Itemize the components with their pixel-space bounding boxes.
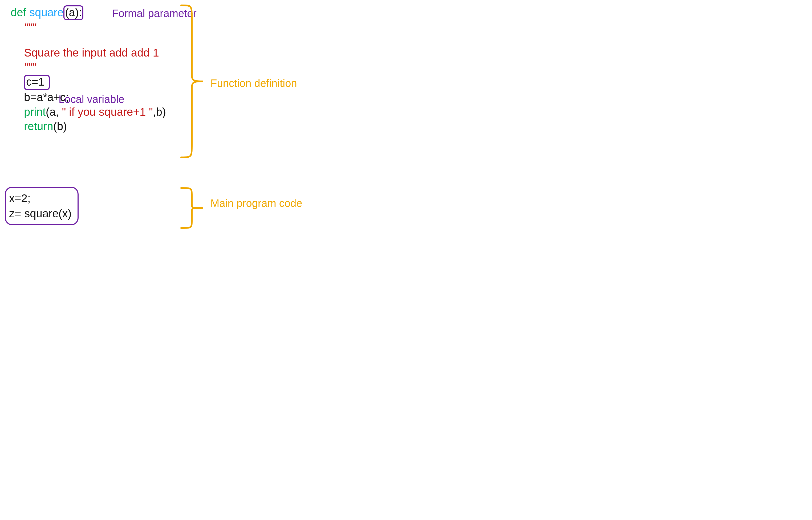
brace-function-definition xyxy=(181,3,211,160)
main-line-x: x=2; xyxy=(9,191,72,206)
annotation-local-variable: Local variable xyxy=(59,93,124,105)
docstring-close: """ xyxy=(11,60,166,75)
label-main-program-code: Main program code xyxy=(211,197,302,209)
local-var-box: c=1 xyxy=(24,75,50,90)
keyword-def: def xyxy=(11,6,29,19)
print-args-close: ,b) xyxy=(153,106,166,118)
code-line-c-assign: c=1 xyxy=(11,75,166,90)
return-arg: (b) xyxy=(53,120,67,133)
docstring-body: Square the input add add 1 xyxy=(11,46,166,60)
keyword-print: print xyxy=(24,106,46,118)
docstring-text: Square the input add add 1 xyxy=(24,46,159,59)
param-box-a: (a): xyxy=(63,5,83,20)
brace-main-code xyxy=(181,185,211,231)
docstring-quote-close: """ xyxy=(24,61,36,73)
main-code-box: x=2; z= square(x) xyxy=(5,187,79,225)
main-line-z: z= square(x) xyxy=(9,206,72,221)
print-args-open: (a, xyxy=(46,106,62,118)
print-string: " if you square+1 " xyxy=(62,106,153,118)
code-block: def square(a): """ Square the input add … xyxy=(11,5,166,134)
function-name: square xyxy=(29,6,63,19)
keyword-return: return xyxy=(24,120,53,133)
docstring-open: """ xyxy=(11,20,166,35)
label-function-definition: Function definition xyxy=(211,77,297,89)
code-line-print: print(a, " if you square+1 ",b) xyxy=(11,105,166,120)
docstring-quote-open: """ xyxy=(24,21,36,34)
code-line-return: return(b) xyxy=(11,119,166,134)
